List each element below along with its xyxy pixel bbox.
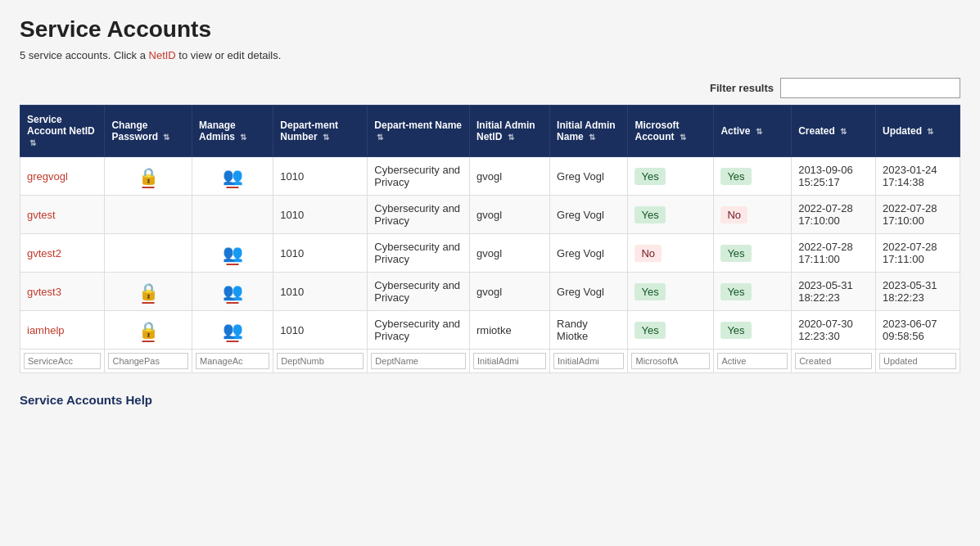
microsoft-account-badge: Yes [635,283,665,300]
footer-filter-input-9[interactable] [795,353,872,369]
dept-name-cell: Cybersecurity and Privacy [368,273,470,311]
active-badge: No [720,206,747,223]
people-icon[interactable]: 👥 [223,243,243,263]
initial-admin-name-cell: Greg Vogl [550,273,628,311]
sort-icon-dept_number: ⇅ [323,133,329,142]
netid-link-gvtest2[interactable]: gvtest2 [27,247,61,259]
netid-link-subtitle[interactable]: NetID [149,49,176,61]
footer-filter-cell [628,350,714,373]
footer-filter-input-1[interactable] [108,353,188,369]
table-row: gregvogl🔒👥1010Cybersecurity and Privacyg… [20,157,960,196]
footer-filter-cell [20,350,105,373]
change-password-cell: 🔒 [105,311,192,350]
netid-link-iamhelp[interactable]: iamhelp [27,324,65,336]
footer-filter-input-4[interactable] [371,353,466,369]
dept-number-cell: 1010 [273,234,368,273]
footer-filter-cell [714,350,792,373]
dept-number-cell: 1010 [273,273,368,311]
initial-admin-name-cell: Randy Miotke [550,311,628,350]
dept-name-cell: Cybersecurity and Privacy [368,234,470,273]
page-subtitle: 5 service accounts. Click a NetID to vie… [20,49,960,61]
footer-filter-cell [273,350,368,373]
initial-admin-netid-cell: rmiotke [470,311,550,350]
footer-filter-input-6[interactable] [553,353,624,369]
people-icon[interactable]: 👥 [223,320,243,340]
dept-name-cell: Cybersecurity and Privacy [368,196,470,234]
updated-cell: 2023-06-07 09:58:56 [876,311,960,350]
microsoft-account-badge: No [635,245,662,262]
dept-name-cell: Cybersecurity and Privacy [368,157,470,196]
microsoft-account-cell: No [628,234,714,273]
updated-cell: 2022-07-28 17:10:00 [876,196,960,234]
sort-icon-netid: ⇅ [29,138,36,147]
created-cell: 2023-05-31 18:22:23 [792,273,876,311]
netid-link-gvtest[interactable]: gvtest [27,209,56,221]
created-cell: 2020-07-30 12:23:30 [792,311,876,350]
footer-filter-input-3[interactable] [277,353,364,369]
col-header-microsoft_account[interactable]: Microsoft Account ⇅ [628,106,714,157]
sort-icon-change_password: ⇅ [163,133,169,142]
netid-cell: gvtest3 [20,273,105,311]
initial-admin-name-cell: Greg Vogl [550,196,628,234]
active-badge: Yes [720,245,751,262]
dept-number-cell: 1010 [273,157,368,196]
col-header-active[interactable]: Active ⇅ [714,106,792,157]
updated-cell: 2023-01-24 17:14:38 [876,157,960,196]
netid-cell: gvtest2 [20,234,105,273]
updated-cell: 2022-07-28 17:11:00 [876,234,960,273]
netid-cell: gregvogl [20,157,105,196]
col-header-netid[interactable]: Service Account NetID ⇅ [20,106,105,157]
change-password-cell: 🔒 [105,157,192,196]
people-icon[interactable]: 👥 [223,282,243,301]
col-header-dept_number[interactable]: Depart‑ment Number ⇅ [273,106,368,157]
sort-icon-created: ⇅ [840,127,847,136]
netid-cell: iamhelp [20,311,105,350]
col-header-created[interactable]: Created ⇅ [792,106,876,157]
sort-icon-initial_admin_name: ⇅ [589,133,595,142]
filter-input[interactable] [780,78,960,98]
footer-filter-input-7[interactable] [631,353,710,369]
microsoft-account-badge: Yes [635,168,665,185]
col-header-updated[interactable]: Updated ⇅ [876,106,960,157]
sort-icon-initial_admin_netid: ⇅ [508,133,514,142]
netid-link-gvtest3[interactable]: gvtest3 [27,286,61,298]
manage-admins-cell: 👥 [192,157,273,196]
col-header-manage_admins[interactable]: Manage Admins ⇅ [192,106,273,157]
filter-row: Filter results [20,78,960,98]
dept-number-cell: 1010 [273,311,368,350]
lock-icon[interactable]: 🔒 [138,320,159,340]
sort-icon-microsoft_account: ⇅ [680,133,686,142]
footer-filter-cell [105,350,192,373]
initial-admin-netid-cell: gvogl [470,234,550,273]
dept-number-cell: 1010 [273,196,368,234]
col-header-initial_admin_netid[interactable]: Initial Admin NetID ⇅ [470,106,550,157]
footer-filter-input-8[interactable] [717,353,788,369]
col-header-change_password[interactable]: Change Password ⇅ [105,106,192,157]
netid-link-gregvogl[interactable]: gregvogl [27,170,68,183]
footer-filter-cell [876,350,960,373]
footer-filter-input-2[interactable] [196,353,269,369]
page-title: Service Accounts [20,16,960,43]
active-badge: Yes [720,322,751,339]
lock-icon[interactable]: 🔒 [138,166,159,186]
sort-icon-active: ⇅ [756,127,762,136]
change-password-cell: 🔒 [105,273,192,311]
col-header-initial_admin_name[interactable]: Initial Admin Name ⇅ [550,106,628,157]
created-cell: 2013-09-06 15:25:17 [792,157,876,196]
initial-admin-netid-cell: gvogl [470,157,550,196]
microsoft-account-badge: Yes [635,206,665,223]
help-link[interactable]: Service Accounts Help [20,393,152,407]
col-header-dept_name[interactable]: Depart‑ment Name ⇅ [368,106,470,157]
microsoft-account-cell: Yes [628,273,714,311]
people-icon[interactable]: 👥 [223,166,243,186]
footer-filter-input-0[interactable] [24,353,101,369]
active-badge: Yes [720,168,751,185]
footer-filter-input-10[interactable] [879,353,956,369]
lock-icon[interactable]: 🔒 [138,282,159,301]
table-row: gvtest3🔒👥1010Cybersecurity and Privacygv… [20,273,960,311]
sort-icon-dept_name: ⇅ [377,133,383,142]
manage-admins-cell: 👥 [192,273,273,311]
microsoft-account-badge: Yes [635,322,665,339]
footer-filter-input-5[interactable] [473,353,546,369]
dept-name-cell: Cybersecurity and Privacy [368,311,470,350]
